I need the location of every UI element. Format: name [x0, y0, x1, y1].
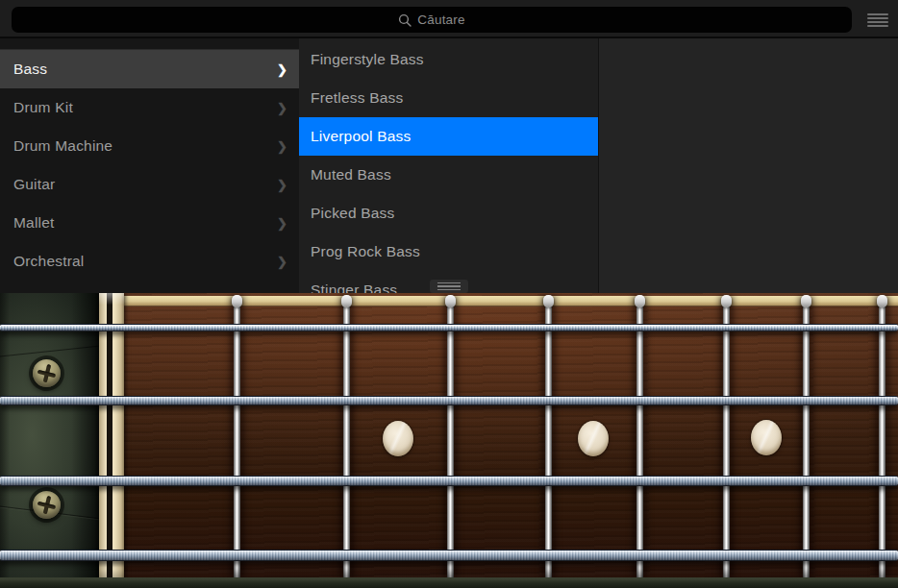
nut [99, 293, 124, 588]
sidebar-item-bass[interactable]: Bass [0, 50, 299, 88]
garageband-sound-browser: Căutare Bass Drum Kit Drum Machine Guita… [0, 0, 898, 588]
inlay-dot-3 [751, 420, 782, 455]
chevron-right-icon [277, 178, 287, 192]
chevron-right-icon [277, 62, 287, 77]
sound-item-label: Picked Bass [311, 205, 395, 222]
sidebar-item-orchestral[interactable]: Orchestral [0, 242, 299, 281]
fret-4 [545, 296, 552, 577]
sound-item-fretless-bass[interactable]: Fretless Bass [299, 79, 598, 117]
sound-item-label: Fingerstyle Bass [311, 51, 424, 68]
sound-item-label: Liverpool Bass [311, 128, 411, 145]
bass-string-2[interactable] [0, 396, 898, 405]
sidebar-item-mallet[interactable]: Mallet [0, 204, 299, 242]
menu-button[interactable] [865, 12, 889, 27]
bass-string-1[interactable] [0, 324, 898, 331]
topbar: Căutare [0, 0, 898, 38]
chevron-right-icon [277, 255, 287, 269]
sound-item-fingerstyle-bass[interactable]: Fingerstyle Bass [299, 40, 598, 79]
sound-item-label: Muted Bass [311, 166, 391, 184]
bass-string-4[interactable] [0, 550, 898, 561]
chevron-right-icon [277, 101, 287, 115]
sound-item-liverpool-bass[interactable]: Liverpool Bass [299, 117, 598, 156]
sound-panel: Fingerstyle Bass Fretless Bass Liverpool… [299, 38, 598, 293]
body-shadow-line [0, 345, 108, 357]
fret-3 [447, 296, 454, 577]
search-input[interactable]: Căutare [12, 7, 852, 33]
category-list: Bass Drum Kit Drum Machine Guitar Mallet… [0, 50, 299, 281]
hamburger-icon [867, 13, 888, 15]
sidebar-item-guitar[interactable]: Guitar [0, 165, 299, 204]
sidebar-item-label: Mallet [13, 214, 277, 232]
sound-list: Fingerstyle Bass Fretless Bass Liverpool… [299, 40, 598, 293]
sound-item-muted-bass[interactable]: Muted Bass [299, 156, 598, 194]
sound-item-prog-rock-bass[interactable]: Prog Rock Bass [299, 233, 598, 271]
sound-item-picked-bass[interactable]: Picked Bass [299, 194, 598, 233]
sidebar-item-drum-machine[interactable]: Drum Machine [0, 127, 299, 165]
sound-browser: Bass Drum Kit Drum Machine Guitar Mallet… [0, 38, 898, 293]
fret-1 [234, 296, 240, 577]
fret-7 [803, 296, 810, 577]
grip-lines-icon [437, 282, 461, 284]
fret-5 [636, 296, 643, 577]
fret-2 [343, 296, 350, 577]
chevron-right-icon [277, 216, 287, 231]
browser-right-region [598, 38, 898, 293]
sidebar-item-drum-kit[interactable]: Drum Kit [0, 88, 299, 127]
fret-6 [723, 296, 730, 577]
category-sidebar: Bass Drum Kit Drum Machine Guitar Mallet… [0, 38, 299, 293]
search-placeholder: Căutare [417, 12, 464, 27]
sound-item-label: Fretless Bass [311, 89, 404, 107]
bass-body [0, 293, 99, 588]
sound-item-label: Stinger Bass [311, 282, 397, 293]
bass-string-3[interactable] [0, 476, 898, 486]
sidebar-item-label: Drum Kit [13, 99, 277, 116]
search-icon [398, 13, 412, 27]
sidebar-item-label: Orchestral [13, 253, 277, 270]
bass-fretboard [0, 293, 898, 588]
sound-item-label: Prog Rock Bass [311, 243, 420, 260]
fretboard-bottom-edge [0, 577, 898, 588]
sidebar-item-label: Bass [13, 61, 277, 78]
sidebar-item-label: Drum Machine [13, 137, 277, 155]
fret-8 [879, 296, 886, 577]
fretboard-wood [124, 293, 898, 588]
inlay-dot-1 [383, 421, 413, 456]
browser-pull-handle[interactable] [430, 280, 468, 293]
sidebar-item-label: Guitar [13, 176, 277, 193]
chevron-right-icon [277, 139, 287, 154]
inlay-dot-2 [578, 421, 609, 456]
